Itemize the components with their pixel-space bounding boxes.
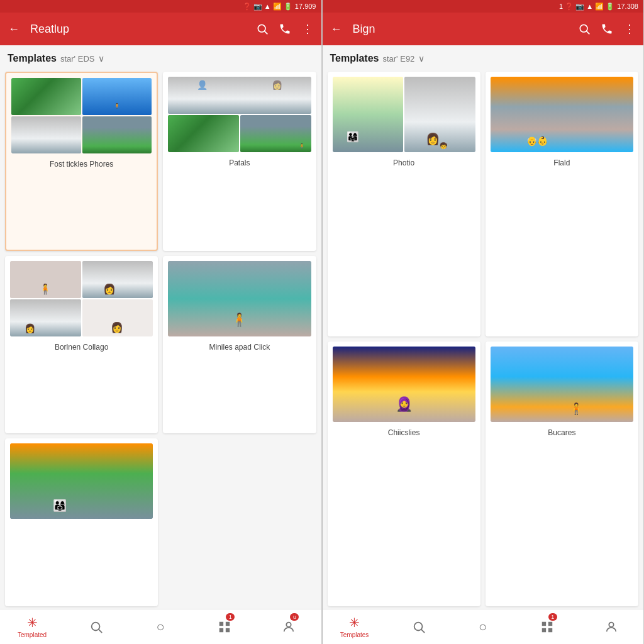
search-button-left[interactable] — [253, 20, 271, 38]
search-icon-left — [89, 620, 103, 634]
search-button-right[interactable] — [575, 20, 593, 38]
templates-title-right: Templates — [330, 53, 379, 64]
svg-rect-6 — [219, 628, 223, 631]
status-icons-right: 1 ❓ 📷 ▲ 📶 🔋 — [559, 3, 614, 11]
template-card-1-left[interactable]: 🧍 Fost tickles Phores — [5, 72, 158, 251]
templates-subtitle-right: star' E92 — [382, 54, 414, 64]
svg-rect-15 — [542, 628, 546, 631]
profile-icon-right — [604, 620, 618, 634]
card-label-4-left: Miniles apad Click — [209, 343, 270, 352]
more-button-left[interactable]: ⋮ — [299, 20, 316, 38]
templates-icon-right: ✳ — [349, 615, 360, 630]
profile-badge-left: u — [290, 613, 299, 621]
templates-header-right: Templates star' E92 ∨ — [323, 45, 644, 69]
nav-templates-right[interactable]: ✳ Templates — [323, 609, 387, 644]
svg-rect-4 — [219, 621, 223, 625]
status-time-right: 17.308 — [617, 3, 638, 10]
bottom-nav-left: ✳ Templated ○ 1 u — [0, 609, 321, 644]
template-card-4-left[interactable]: 🧍 Miniles apad Click — [163, 256, 316, 433]
template-card-3-right[interactable]: 🧕 Chiicslies — [328, 341, 480, 606]
card-label-3-right: Chiicslies — [388, 428, 420, 437]
templates-title-left: Templates — [8, 53, 57, 64]
templates-label-right: Templates — [340, 631, 369, 638]
status-icons-left: ❓ 📷 ▲ 📶 🔋 — [243, 3, 292, 11]
grid-badge-left: 1 — [226, 613, 235, 621]
templates-icon-left: ✳ — [27, 615, 38, 630]
svg-line-12 — [421, 629, 425, 633]
template-card-5-left[interactable]: 👨‍👩‍👧 — [5, 438, 158, 606]
home-icon-right: ○ — [479, 619, 487, 635]
call-button-left[interactable] — [276, 20, 294, 38]
svg-point-2 — [92, 622, 100, 630]
templates-grid-left: 🧍 Fost tickles Phores 👤 👩 🧍 Patals — [0, 69, 321, 609]
template-card-2-left[interactable]: 👤 👩 🧍 Patals — [163, 72, 316, 251]
template-card-3-left[interactable]: 🧍 👩 👩 👩 Borlnen Collago — [5, 256, 158, 433]
templates-dropdown-left[interactable]: ∨ — [98, 53, 104, 64]
card-label-1-right: Photio — [393, 158, 414, 167]
left-screen: ❓ 📷 ▲ 📶 🔋 17.909 ← Reatlup ⋮ Templates s… — [0, 0, 322, 644]
back-button-left[interactable]: ← — [5, 20, 23, 38]
nav-grid-right[interactable]: 1 — [515, 609, 579, 644]
template-card-4-right[interactable]: 🧍 Bucares — [486, 341, 638, 606]
svg-rect-5 — [226, 621, 230, 625]
card-label-3-left: Borlnen Collago — [55, 343, 108, 352]
svg-rect-7 — [226, 628, 230, 631]
status-bar-right: 1 ❓ 📷 ▲ 📶 🔋 17.308 — [323, 0, 644, 13]
svg-rect-13 — [542, 621, 546, 625]
templates-label-left: Templated — [18, 631, 47, 638]
app-title-right: Bign — [353, 23, 571, 36]
app-title-left: Reatlup — [30, 23, 248, 36]
nav-grid-left[interactable]: 1 — [192, 609, 257, 644]
svg-point-9 — [580, 25, 587, 32]
bottom-nav-right: ✳ Templates ○ 1 — [323, 609, 644, 644]
svg-rect-16 — [548, 628, 552, 631]
nav-home-left[interactable]: ○ — [128, 609, 192, 644]
card-label-1-left: Fost tickles Phores — [50, 160, 113, 169]
back-button-right[interactable]: ← — [328, 20, 345, 38]
grid-badge-right: 1 — [548, 613, 557, 621]
templates-header-left: Templates star' EDS ∨ — [0, 45, 321, 69]
right-screen: 1 ❓ 📷 ▲ 📶 🔋 17.308 ← Bign ⋮ Templates st… — [323, 0, 645, 644]
svg-line-10 — [586, 31, 589, 34]
nav-templates-left[interactable]: ✳ Templated — [0, 609, 64, 644]
grid-icon-right — [540, 620, 554, 634]
svg-point-11 — [414, 622, 422, 630]
svg-line-1 — [264, 31, 267, 34]
more-button-right[interactable]: ⋮ — [621, 20, 638, 38]
nav-home-right[interactable]: ○ — [451, 609, 515, 644]
svg-point-0 — [258, 25, 265, 32]
app-bar-left: ← Reatlup ⋮ — [0, 13, 321, 45]
nav-profile-right[interactable] — [579, 609, 643, 644]
home-icon-left: ○ — [157, 619, 165, 635]
card-label-2-right: Flald — [553, 158, 570, 167]
status-time-left: 17.909 — [295, 3, 316, 10]
template-card-2-right[interactable]: 👴👶 Flald — [486, 72, 638, 336]
templates-grid-right: 👨‍👩‍👧 👩 🧒 Photio 👴👶 Flald � — [323, 69, 644, 609]
app-bar-right: ← Bign ⋮ — [323, 13, 644, 45]
templates-dropdown-right[interactable]: ∨ — [418, 53, 425, 64]
call-button-right[interactable] — [598, 20, 616, 38]
templates-subtitle-left: star' EDS — [60, 54, 95, 64]
search-icon-right — [412, 620, 426, 634]
card-label-2-left: Patals — [229, 158, 250, 167]
profile-icon-left — [282, 620, 296, 634]
svg-point-8 — [287, 622, 291, 626]
card-label-4-right: Bucares — [548, 428, 575, 437]
template-card-1-right[interactable]: 👨‍👩‍👧 👩 🧒 Photio — [328, 72, 480, 336]
svg-line-3 — [99, 629, 103, 633]
nav-search-left[interactable] — [64, 609, 128, 644]
status-bar-left: ❓ 📷 ▲ 📶 🔋 17.909 — [0, 0, 321, 13]
svg-point-17 — [609, 622, 613, 626]
svg-rect-14 — [548, 621, 552, 625]
nav-search-right[interactable] — [387, 609, 451, 644]
grid-icon-left — [218, 620, 231, 634]
nav-profile-left[interactable]: u — [257, 609, 321, 644]
